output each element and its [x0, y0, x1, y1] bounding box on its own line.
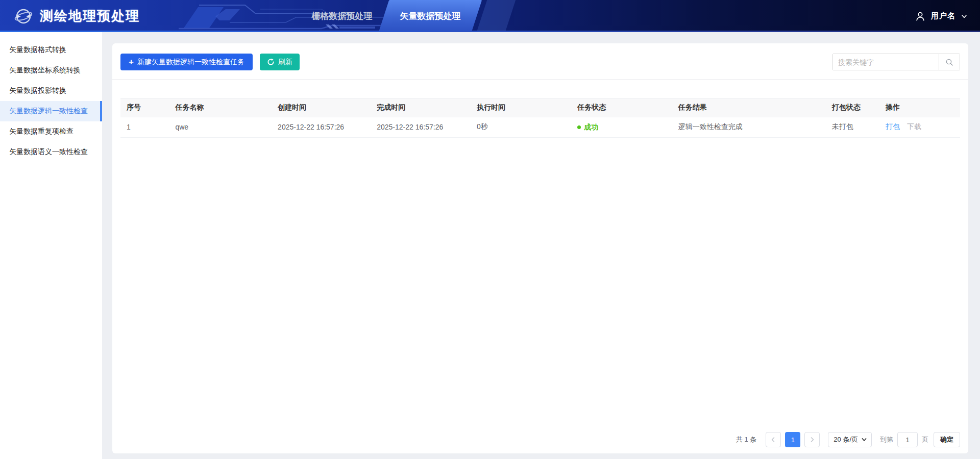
search-icon — [945, 58, 953, 66]
column-created-time: 创建时间 — [272, 98, 371, 117]
sidebar-item-logical-consistency-check[interactable]: 矢量数据逻辑一致性检查 — [0, 101, 102, 121]
page-number-button[interactable]: 1 — [785, 432, 800, 447]
pagination: 共 1 条 1 20 条/页 到第 页 确定 — [736, 432, 960, 447]
column-actions: 操作 — [879, 98, 960, 117]
refresh-icon — [267, 58, 275, 66]
sidebar-item-coordinate-system-conversion[interactable]: 矢量数据坐标系统转换 — [0, 60, 102, 81]
user-icon — [915, 11, 926, 22]
refresh-button[interactable]: 刷新 — [260, 54, 300, 70]
status-dot-icon — [577, 125, 581, 129]
task-table: 序号 任务名称 创建时间 完成时间 执行时间 任务状态 任务结果 打包状态 操作… — [120, 98, 960, 138]
column-index: 序号 — [120, 98, 169, 117]
tab-raster-label: 栅格数据预处理 — [312, 10, 373, 22]
refresh-label: 刷新 — [278, 58, 292, 67]
prev-page-button[interactable] — [766, 432, 781, 447]
sidebar-item-duplicate-check[interactable]: 矢量数据重复项检查 — [0, 121, 102, 142]
top-tabs: 栅格数据预处理 矢量数据预处理 — [0, 0, 980, 32]
chevron-left-icon — [770, 437, 776, 443]
column-status: 任务状态 — [571, 98, 672, 117]
package-action-link[interactable]: 打包 — [886, 122, 900, 131]
cell-created-time: 2025-12-22 16:57:26 — [272, 117, 371, 138]
goto-page-prefix: 到第 — [880, 435, 893, 444]
column-package-status: 打包状态 — [826, 98, 879, 117]
page-size-select[interactable]: 20 条/页 — [828, 432, 872, 447]
sidebar-item-semantic-consistency-check[interactable]: 矢量数据语义一致性检查 — [0, 142, 102, 162]
column-result: 任务结果 — [672, 98, 826, 117]
total-count-label: 共 1 条 — [736, 435, 756, 444]
search-box — [832, 54, 960, 70]
new-task-button[interactable]: + 新建矢量数据逻辑一致性检查任务 — [120, 54, 253, 70]
goto-confirm-button[interactable]: 确定 — [934, 432, 960, 447]
new-task-label: 新建矢量数据逻辑一致性检查任务 — [137, 58, 244, 67]
plus-icon: + — [129, 58, 134, 66]
content-card: + 新建矢量数据逻辑一致性检查任务 刷新 — [112, 43, 968, 453]
goto-page-suffix: 页 — [922, 435, 928, 444]
tab-vector-label: 矢量数据预处理 — [400, 10, 461, 22]
table-row: 1 qwe 2025-12-22 16:57:26 2025-12-22 16:… — [120, 117, 960, 138]
cell-result: 逻辑一致性检查完成 — [672, 117, 826, 138]
cell-status: 成功 — [571, 117, 672, 138]
cell-task-name: qwe — [169, 117, 272, 138]
column-duration: 执行时间 — [471, 98, 571, 117]
next-page-button[interactable] — [804, 432, 820, 447]
sidebar-menu: 矢量数据格式转换 矢量数据坐标系统转换 矢量数据投影转换 矢量数据逻辑一致性检查… — [0, 32, 102, 162]
table-header: 序号 任务名称 创建时间 完成时间 执行时间 任务状态 任务结果 打包状态 操作 — [120, 98, 960, 117]
app-header: 测绘地理预处理 栅格数据预处理 矢量数据预处理 用户名 — [0, 0, 980, 32]
cell-package-status: 未打包 — [826, 117, 879, 138]
search-input[interactable] — [833, 54, 939, 70]
username-label: 用户名 — [931, 11, 955, 21]
page-size-label: 20 条/页 — [834, 435, 858, 444]
search-button[interactable] — [939, 54, 960, 70]
toolbar: + 新建矢量数据逻辑一致性检查任务 刷新 — [112, 43, 968, 80]
download-action-link[interactable]: 下载 — [907, 122, 921, 131]
chevron-right-icon — [809, 437, 815, 443]
cell-finished-time: 2025-12-22 16:57:26 — [371, 117, 471, 138]
user-menu[interactable]: 用户名 — [915, 0, 968, 32]
tab-raster-preprocess[interactable]: 栅格数据预处理 — [301, 0, 383, 32]
column-task-name: 任务名称 — [169, 98, 272, 117]
tab-vector-preprocess[interactable]: 矢量数据预处理 — [384, 0, 477, 32]
sidebar-item-projection-conversion[interactable]: 矢量数据投影转换 — [0, 81, 102, 101]
goto-page-input[interactable] — [897, 432, 918, 447]
sidebar-item-format-conversion[interactable]: 矢量数据格式转换 — [0, 40, 102, 60]
main-content: + 新建矢量数据逻辑一致性检查任务 刷新 — [102, 32, 980, 459]
chevron-down-icon — [961, 13, 968, 20]
sidebar: 矢量数据格式转换 矢量数据坐标系统转换 矢量数据投影转换 矢量数据逻辑一致性检查… — [0, 32, 102, 459]
cell-duration: 0秒 — [471, 117, 571, 138]
column-finished-time: 完成时间 — [371, 98, 471, 117]
tab-ghost-decoration — [477, 0, 516, 32]
select-chevron-down-icon — [861, 437, 867, 443]
cell-actions: 打包 下载 — [879, 117, 960, 138]
cell-index: 1 — [120, 117, 169, 138]
status-text: 成功 — [584, 123, 598, 132]
status-badge: 成功 — [577, 123, 598, 132]
toolbar-buttons: + 新建矢量数据逻辑一致性检查任务 刷新 — [120, 54, 300, 70]
